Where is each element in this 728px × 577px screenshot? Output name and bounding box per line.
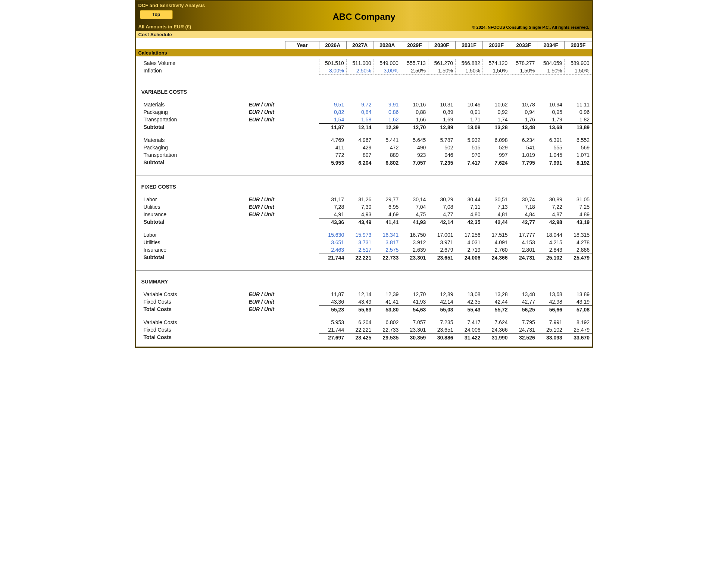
- page: DCF and Sensitivity Analysis Top ABC Com…: [135, 0, 593, 348]
- data-row: Sales Volume501.510511.000549.000555.713…: [136, 59, 592, 67]
- subtotal-row: Subtotal5.9536.2046.8027.0577.2357.4177.…: [136, 159, 592, 167]
- data-row: TransportationEUR / Unit1,541,581,621,66…: [136, 116, 592, 124]
- year-col: 2027A: [346, 41, 374, 49]
- section-title: VARIABLE COSTS: [136, 85, 592, 97]
- data-row: Variable CostsEUR / Unit11,8712,1412,391…: [136, 291, 592, 298]
- year-col: 2031F: [455, 41, 482, 49]
- section-title: SUMMARY: [136, 275, 592, 287]
- data-row: Materials4.7694.9675.4415.6455.7875.9326…: [136, 136, 592, 144]
- data-row: Labor15.63015.97316.34116.75017.00117.25…: [136, 231, 592, 239]
- data-row: Fixed Costs21.74422.22122.73323.30123.65…: [136, 326, 592, 334]
- year-col: 2029F: [401, 41, 428, 49]
- subtotal-row: Subtotal21.74422.22122.73323.30123.65124…: [136, 254, 592, 261]
- main-table: Year2026A2027A2028A2029F2030F2031F2032F2…: [136, 38, 592, 347]
- data-row: Packaging411429472490502515529541555569: [136, 144, 592, 151]
- data-row: Inflation3,00%2,50%3,00%2,50%1,50%1,50%1…: [136, 67, 592, 75]
- year-col: 2032F: [483, 41, 510, 49]
- subtotal-row: Total Costs27.69728.42529.53530.35930.88…: [136, 334, 592, 341]
- year-header-row: Year2026A2027A2028A2029F2030F2031F2032F2…: [136, 41, 592, 49]
- data-row: Transportation7728078899239469709971.019…: [136, 151, 592, 159]
- amounts-label: All Amounts in EUR (€): [138, 24, 191, 30]
- subtotal-row: Subtotal11,8712,1412,3912,7012,8913,0813…: [136, 123, 592, 131]
- company-name: ABC Company: [136, 12, 592, 22]
- year-label: Year: [285, 41, 319, 49]
- data-row: Variable Costs5.9536.2046.8027.0577.2357…: [136, 319, 592, 326]
- data-row: PackagingEUR / Unit0,820,840,860,880,890…: [136, 108, 592, 116]
- year-col: 2030F: [428, 41, 455, 49]
- year-col: 2035F: [565, 41, 592, 49]
- band-cost-schedule: Cost Schedule: [136, 31, 592, 38]
- header-title: DCF and Sensitivity Analysis: [138, 3, 205, 8]
- copyright: © 2024, NFOCUS Consulting Single P.C., A…: [472, 25, 589, 30]
- band-calculations: Calculations: [136, 49, 592, 56]
- header: DCF and Sensitivity Analysis Top ABC Com…: [136, 1, 592, 31]
- data-row: UtilitiesEUR / Unit7,287,306,957,047,087…: [136, 203, 592, 211]
- subtotal-row: Total CostsEUR / Unit55,2355,6353,8054,6…: [136, 305, 592, 313]
- section-title: FIXED COSTS: [136, 180, 592, 192]
- data-row: Insurance2.4632.5172.5752.6392.6792.7192…: [136, 246, 592, 254]
- data-row: LaborEUR / Unit31,1731,2629,7730,1430,29…: [136, 196, 592, 203]
- year-col: 2028A: [374, 41, 401, 49]
- year-col: 2026A: [319, 41, 346, 49]
- data-row: MaterialsEUR / Unit9,519,729,9110,1610,3…: [136, 101, 592, 108]
- data-row: Fixed CostsEUR / Unit43,3643,4941,4141,9…: [136, 298, 592, 306]
- data-row: InsuranceEUR / Unit4,914,934,694,754,774…: [136, 211, 592, 218]
- subtotal-row: Subtotal43,3643,4941,4141,9342,1442,3542…: [136, 218, 592, 226]
- year-col: 2034F: [537, 41, 565, 49]
- year-col: 2033F: [510, 41, 537, 49]
- data-row: Utilities3.6513.7313.8173.9123.9714.0314…: [136, 239, 592, 246]
